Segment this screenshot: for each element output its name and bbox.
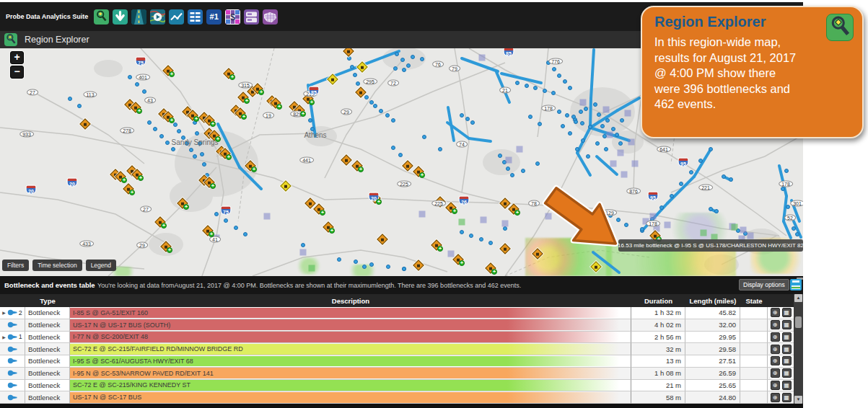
legend-button[interactable]: Legend bbox=[86, 260, 116, 271]
table-row[interactable]: BottleneckSC-72 E @ SC-215/KING KENNEDY … bbox=[0, 380, 794, 392]
duration-cell: 21 m bbox=[631, 380, 685, 392]
area-overlay bbox=[264, 213, 271, 220]
download-icon[interactable] bbox=[113, 9, 128, 25]
scroll-thumb[interactable] bbox=[795, 316, 802, 328]
expand-icon[interactable]: ▶ bbox=[2, 334, 6, 340]
table-header-bar: Bottleneck and events table You're looki… bbox=[0, 276, 803, 294]
list-report-icon[interactable] bbox=[188, 9, 203, 25]
locate-on-map-button[interactable]: ⊕ bbox=[771, 356, 780, 365]
table-title: Bottleneck and events table bbox=[4, 281, 95, 289]
details-button[interactable]: ▦ bbox=[782, 332, 792, 342]
table-row[interactable]: BottleneckI-95 N @ SC-53/NARROW PAVED RD… bbox=[0, 368, 794, 380]
zoom-in-button[interactable]: + bbox=[10, 51, 24, 64]
filters-button[interactable]: Filters bbox=[2, 260, 29, 271]
route-shield: 76 bbox=[432, 61, 444, 68]
column-header-length-miles-[interactable]: Length (miles) bbox=[685, 294, 740, 307]
playback-icon[interactable] bbox=[150, 9, 165, 25]
display-options-button[interactable]: Display options bbox=[739, 279, 789, 291]
pricing-icon[interactable]: $ bbox=[225, 9, 240, 25]
event-plus-badge: + bbox=[244, 98, 250, 104]
description-cell: I-77 N @ SC-200/EXIT 48 bbox=[70, 332, 631, 344]
description-bar: I-95 S @ SC-61/AUGUSTA HWY/EXIT 68 bbox=[70, 356, 631, 367]
route-shield: 278 bbox=[120, 128, 134, 134]
table-row[interactable]: ▶1BottleneckI-77 N @ SC-200/EXIT 482 h 5… bbox=[0, 332, 794, 344]
traffic-dot bbox=[605, 118, 610, 123]
route-shield: 221 bbox=[698, 185, 713, 191]
event-plus-badge: + bbox=[258, 89, 264, 95]
type-cell: Bottleneck bbox=[25, 319, 70, 332]
route-shield: 295 bbox=[363, 79, 377, 85]
traffic-dot bbox=[618, 141, 623, 146]
area-overlay bbox=[625, 110, 631, 117]
traffic-dot bbox=[488, 241, 493, 245]
coverage-map-icon[interactable] bbox=[263, 9, 278, 25]
scroll-up-icon[interactable]: ▲ bbox=[794, 294, 802, 302]
traffic-dot bbox=[200, 152, 204, 156]
table-row[interactable]: BottleneckUS-17 N @ US-17 BUS (SOUTH)4 h… bbox=[0, 319, 794, 332]
route-shield: 433 bbox=[79, 241, 94, 247]
row-icon-cell[interactable] bbox=[0, 368, 25, 380]
interstate-shield: 20 bbox=[26, 185, 37, 195]
city-label: Sandy Springs bbox=[171, 138, 218, 146]
table-row[interactable]: BottleneckSC-72 E @ SC-215/FAIRFIELD RD/… bbox=[0, 343, 794, 355]
details-button[interactable]: ▦ bbox=[782, 308, 792, 317]
table-row[interactable]: BottleneckUS-17 N @ SC-17 BUS58 m24.80⊕▦ bbox=[0, 391, 794, 404]
column-header-state[interactable]: State bbox=[740, 294, 768, 307]
locate-on-map-button[interactable]: ⊕ bbox=[771, 345, 780, 354]
traffic-dot bbox=[393, 66, 398, 71]
details-button[interactable]: ▦ bbox=[782, 356, 792, 365]
locate-on-map-button[interactable]: ⊕ bbox=[771, 368, 780, 378]
row-icon-cell[interactable] bbox=[0, 355, 25, 368]
row-icon-cell[interactable]: ▶1 bbox=[0, 332, 25, 344]
route-shield: 43 bbox=[144, 97, 156, 104]
locate-on-map-button[interactable]: ⊕ bbox=[771, 381, 780, 390]
table-row[interactable]: BottleneckI-95 S @ SC-61/AUGUSTA HWY/EXI… bbox=[0, 355, 794, 368]
details-button[interactable]: ▦ bbox=[782, 381, 792, 390]
interstate-shield: 26 bbox=[459, 196, 470, 205]
table-scrollbar[interactable]: ▲ ▼ bbox=[794, 294, 803, 404]
locate-on-map-button[interactable]: ⊕ bbox=[771, 332, 780, 342]
row-icon-cell[interactable] bbox=[0, 391, 25, 404]
region-explorer-icon[interactable] bbox=[94, 9, 109, 25]
row-icon-cell[interactable] bbox=[0, 319, 25, 332]
details-button[interactable]: ▦ bbox=[782, 393, 792, 402]
road-conditions-icon[interactable] bbox=[131, 9, 146, 25]
traffic-dot bbox=[173, 123, 177, 127]
traffic-dot bbox=[68, 97, 72, 101]
row-icon-cell[interactable]: ▶2 bbox=[0, 307, 25, 319]
row-icon-cell[interactable] bbox=[0, 343, 25, 355]
traffic-dot bbox=[525, 84, 529, 88]
details-button[interactable]: ▦ bbox=[782, 368, 792, 378]
event-plus-badge: + bbox=[169, 117, 175, 123]
description-cell: I-95 N @ SC-53/NARROW PAVED RD/EXIT 141 bbox=[70, 368, 631, 380]
expand-icon[interactable]: ▶ bbox=[2, 310, 6, 315]
event-plus-badge: + bbox=[183, 204, 189, 210]
ranking-icon[interactable]: #1 bbox=[206, 9, 222, 25]
column-header-description[interactable]: Description bbox=[70, 294, 631, 307]
area-overlay bbox=[628, 139, 635, 146]
area-overlay bbox=[603, 107, 610, 113]
export-icon[interactable] bbox=[790, 279, 802, 291]
details-button[interactable]: ▦ bbox=[782, 320, 792, 329]
traffic-dot bbox=[411, 55, 415, 59]
duration-cell: 2 h 56 m bbox=[631, 332, 685, 344]
locate-on-map-button[interactable]: ⊕ bbox=[771, 308, 780, 317]
traffic-dot bbox=[533, 86, 538, 90]
scroll-down-icon[interactable]: ▼ bbox=[794, 396, 802, 404]
reports-icon[interactable] bbox=[244, 9, 259, 25]
zoom-out-button[interactable]: − bbox=[10, 66, 24, 79]
locate-on-map-button[interactable]: ⊕ bbox=[771, 320, 780, 329]
details-button[interactable]: ▦ bbox=[782, 345, 792, 354]
traffic-dot bbox=[600, 124, 605, 128]
column-header-type[interactable]: Type bbox=[25, 294, 70, 307]
row-icon-cell[interactable] bbox=[0, 380, 25, 392]
locate-on-map-button[interactable]: ⊕ bbox=[771, 393, 780, 402]
time-selection-button[interactable]: Time selection bbox=[32, 260, 82, 271]
trend-chart-icon[interactable] bbox=[169, 9, 184, 25]
column-header-duration[interactable]: Duration bbox=[631, 294, 685, 307]
map-buttons: FiltersTime selectionLegend bbox=[2, 260, 120, 271]
traffic-dot bbox=[470, 120, 475, 125]
table-row[interactable]: ▶2BottleneckI-85 S @ GA-51/EXIT 1601 h 3… bbox=[0, 307, 794, 319]
row-actions-cell: ⊕▦ bbox=[768, 332, 794, 344]
traffic-dot bbox=[195, 131, 199, 136]
